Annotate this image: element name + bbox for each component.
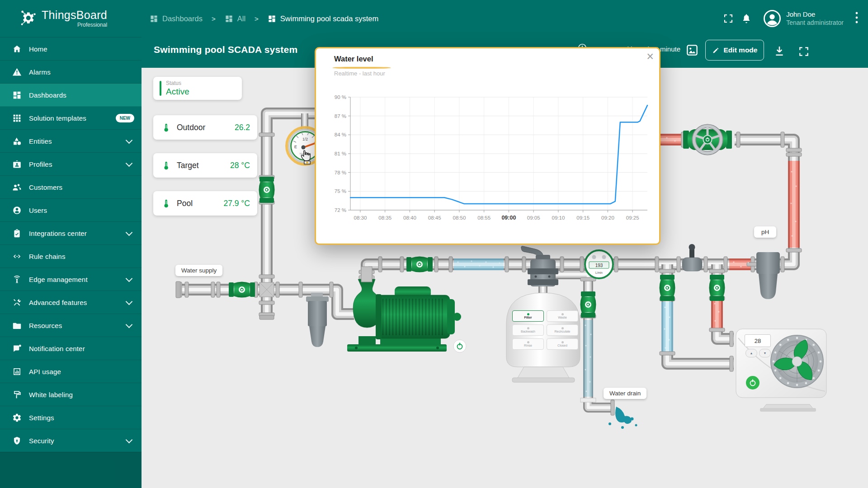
page-title: Swimming pool SCADA system xyxy=(154,44,297,55)
sidebar-item-dashboards[interactable]: Dashboards xyxy=(0,84,142,107)
status-value: Active xyxy=(166,87,189,97)
svg-text:87 %: 87 % xyxy=(335,113,346,119)
pipe-flange xyxy=(378,257,382,272)
sidebar-item-alarms[interactable]: Alarms xyxy=(0,61,142,84)
filter-mode-recirculate-button[interactable]: Recirculate xyxy=(547,324,578,336)
liquid-bubble xyxy=(714,320,716,321)
breadcrumb: Dashboards>All>Swimming pool scada syste… xyxy=(150,14,719,23)
svg-text:84 %: 84 % xyxy=(335,132,346,137)
notifications-button[interactable] xyxy=(737,9,755,28)
filter-mode-closed-button[interactable]: Closed xyxy=(547,338,578,350)
thingsboard-logo[interactable]: ThingsBoard Professional xyxy=(0,0,142,38)
sidebar-item-edge-management[interactable]: Edge management xyxy=(0,268,142,291)
users-icon xyxy=(12,205,22,215)
target-label: Target xyxy=(177,161,230,170)
pipe-flange xyxy=(709,328,725,332)
sidebar-item-customers[interactable]: Customers xyxy=(0,176,142,199)
sidebar-item-solution-templates[interactable]: Solution templatesNEW xyxy=(0,107,142,130)
pipe-flange xyxy=(781,132,784,147)
liquid-bubble xyxy=(791,171,792,172)
filter-mode-rinse-button[interactable]: Rinse xyxy=(512,338,544,350)
sidebar-item-settings[interactable]: Settings xyxy=(0,406,142,429)
liquid-bubble xyxy=(665,347,666,348)
pipe-flange xyxy=(786,153,802,156)
sidebar-item-profiles[interactable]: Profiles xyxy=(0,153,142,176)
user-menu[interactable]: John Doe Tenant administrator xyxy=(786,10,844,27)
pipe-cross-fitting xyxy=(259,282,274,297)
pump-power-button[interactable] xyxy=(453,340,466,352)
pipe-flange xyxy=(505,257,509,272)
pipe-flange xyxy=(611,400,614,415)
handwheel-valve[interactable] xyxy=(683,126,732,153)
supply-valve[interactable] xyxy=(229,282,255,298)
liquid-bubble xyxy=(714,303,715,304)
pipe-flange xyxy=(299,282,302,297)
user-name: John Doe xyxy=(786,10,844,19)
riser-valve[interactable] xyxy=(259,177,275,203)
breadcrumb-item-dashboards[interactable]: Dashboards xyxy=(150,14,203,23)
svg-text:08:35: 08:35 xyxy=(378,215,392,221)
chevron-down-icon xyxy=(126,298,133,305)
pipe-end-cap xyxy=(259,315,274,319)
pipe-flange xyxy=(330,282,333,297)
dashboard-fullscreen-button[interactable] xyxy=(798,46,810,57)
svg-text:08:30: 08:30 xyxy=(354,215,367,221)
close-icon[interactable]: × xyxy=(646,49,654,64)
three-way-valve[interactable] xyxy=(682,244,702,271)
water-drain-label: Water drain xyxy=(604,388,646,399)
customers-icon xyxy=(12,182,22,192)
chevron-down-icon xyxy=(126,160,133,167)
liquid-bubble xyxy=(790,202,792,204)
sidebar-item-users[interactable]: Users xyxy=(0,199,142,222)
sidebar-item-advanced-features[interactable]: Advanced features xyxy=(0,291,142,314)
chevron-down-icon xyxy=(126,136,133,144)
svg-text:09:15: 09:15 xyxy=(576,215,590,221)
sidebar: ThingsBoard Professional HomeAlarmsDashb… xyxy=(0,0,142,488)
heater-cold-valve[interactable] xyxy=(660,275,675,301)
sidebar-item-white-labeling[interactable]: White labeling xyxy=(0,383,142,406)
breadcrumb-item-swimming-pool-scada-system[interactable]: Swimming pool scada system xyxy=(268,14,378,23)
svg-text:75 %: 75 % xyxy=(335,188,346,194)
sidebar-item-entities[interactable]: Entities xyxy=(0,130,142,153)
thingsboard-logo-icon xyxy=(18,9,38,28)
return-valve[interactable] xyxy=(406,257,433,272)
pool-label: Pool xyxy=(177,199,223,208)
sidebar-item-api-usage[interactable]: API usage xyxy=(0,360,142,383)
liquid-bubble xyxy=(590,356,591,357)
liquid-bubble xyxy=(718,311,719,312)
gauge-half-label: 1/2 xyxy=(302,137,308,141)
heater-power-button[interactable] xyxy=(746,376,760,389)
fullscreen-button[interactable] xyxy=(719,9,737,28)
avatar[interactable] xyxy=(764,10,781,27)
thermometer-icon xyxy=(161,160,171,170)
svg-text:08:45: 08:45 xyxy=(428,215,441,221)
drain-valve[interactable] xyxy=(580,291,596,318)
alarms-icon xyxy=(12,67,22,77)
liquid-bubble xyxy=(471,260,472,262)
edit-mode-label: Edit mode xyxy=(724,46,758,54)
filter-mode-waste-button[interactable]: Waste xyxy=(547,310,578,322)
sidebar-item-rule-chains[interactable]: Rule chains xyxy=(0,245,142,268)
liquid-bubble xyxy=(499,262,500,263)
liquid-bubble xyxy=(585,345,586,346)
download-button[interactable] xyxy=(773,45,786,57)
heater-hot-valve[interactable] xyxy=(709,275,725,301)
modal-title: Water level xyxy=(334,55,373,63)
breadcrumb-item-all[interactable]: All xyxy=(225,14,245,23)
heater-down-button[interactable]: ▼ xyxy=(759,349,771,357)
sidebar-item-resources[interactable]: Resources xyxy=(0,314,142,337)
filter-mode-backwash-button[interactable]: Backwash xyxy=(512,324,544,336)
sidebar-item-integrations-center[interactable]: Integrations center xyxy=(0,222,142,245)
sidebar-item-home[interactable]: Home xyxy=(0,38,142,61)
filter-mode-filter-button[interactable]: Filter xyxy=(512,310,544,322)
sidebar-item-notification-center[interactable]: Notification center xyxy=(0,337,142,360)
more-menu-button[interactable] xyxy=(854,10,860,27)
edit-mode-button[interactable]: Edit mode xyxy=(705,40,764,61)
flow-meter[interactable]: 193 L/min xyxy=(585,250,613,278)
dashboard-image-button[interactable] xyxy=(685,43,699,57)
pipe-flange xyxy=(786,249,802,252)
status-card: Status Active xyxy=(153,77,242,100)
sidebar-item-security[interactable]: Security xyxy=(0,429,142,452)
pipe-flange xyxy=(259,301,274,305)
heater-up-button[interactable]: ▲ xyxy=(745,349,757,357)
